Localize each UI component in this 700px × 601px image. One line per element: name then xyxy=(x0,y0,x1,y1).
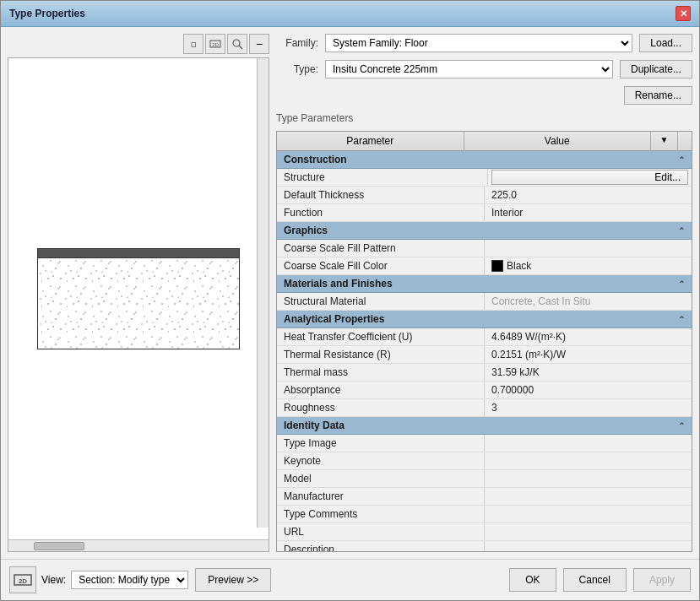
param-url-label: URL xyxy=(277,523,485,540)
preview-area xyxy=(8,57,269,552)
group-materials[interactable]: Materials and Finishes ⌃ xyxy=(277,275,692,293)
rename-button[interactable]: Rename... xyxy=(624,86,692,105)
param-thickness-value: 225.0 xyxy=(485,187,692,203)
title-bar: Type Properties ✕ xyxy=(1,1,699,27)
group-identity[interactable]: Identity Data ⌃ xyxy=(277,417,692,435)
view-label: View: xyxy=(41,574,66,586)
param-thermal-resistance-value: 0.2151 (m²·K)/W xyxy=(485,346,692,363)
apply-button[interactable]: Apply xyxy=(633,568,691,592)
rename-row: Rename... xyxy=(276,86,692,105)
group-identity-label: Identity Data xyxy=(284,420,345,431)
view-2d-button[interactable]: 2D xyxy=(9,566,36,593)
param-function-value: Interior xyxy=(485,204,692,221)
param-type-image-value xyxy=(485,435,692,452)
group-construction[interactable]: Construction ⌃ xyxy=(277,151,692,169)
ok-button[interactable]: OK xyxy=(509,568,556,592)
toolbar-btn-zoom[interactable] xyxy=(227,34,247,54)
col-sort[interactable]: ▼ xyxy=(651,132,678,150)
param-roughness-label: Roughness xyxy=(277,399,485,416)
param-structural-material-value: Concrete, Cast In Situ xyxy=(485,293,692,310)
param-fill-color-label: Coarse Scale Fill Color xyxy=(277,257,485,274)
row-function: Function Interior xyxy=(277,204,692,222)
row-manufacturer: Manufacturer xyxy=(277,488,692,506)
param-type-image-label: Type Image xyxy=(277,435,485,452)
color-swatch-black[interactable] xyxy=(491,260,503,272)
group-graphics-label: Graphics xyxy=(284,225,328,236)
param-keynote-value xyxy=(485,452,692,469)
param-structure-label: Structure xyxy=(277,169,488,186)
svg-point-2 xyxy=(233,40,240,46)
param-thermal-resistance-label: Thermal Resistance (R) xyxy=(277,346,485,363)
group-analytical[interactable]: Analytical Properties ⌃ xyxy=(277,311,692,328)
row-roughness: Roughness 3 xyxy=(277,399,692,417)
toolbar-btn-minus[interactable]: − xyxy=(249,34,269,54)
scrollbar-horizontal[interactable] xyxy=(8,539,269,551)
col-extra xyxy=(678,132,692,150)
param-roughness-value: 3 xyxy=(485,399,692,416)
param-thickness-label: Default Thickness xyxy=(277,187,485,203)
family-select[interactable]: System Family: Floor xyxy=(325,34,632,52)
duplicate-button[interactable]: Duplicate... xyxy=(620,60,692,79)
row-heat-transfer: Heat Transfer Coefficient (U) 4.6489 W/(… xyxy=(277,328,692,346)
group-construction-chevron: ⌃ xyxy=(678,155,685,165)
param-fill-color-value: Black xyxy=(485,257,692,274)
row-description: Description xyxy=(277,541,692,551)
scrollbar-thumb[interactable] xyxy=(34,542,84,550)
param-thermal-mass-value: 31.59 kJ/K xyxy=(485,364,692,381)
toolbar-btn-2[interactable]: 2D xyxy=(205,34,225,54)
structure-edit-button[interactable]: Edit... xyxy=(491,170,688,185)
type-label: Type: xyxy=(276,63,318,75)
row-default-thickness: Default Thickness 225.0 xyxy=(277,187,692,204)
param-structure-value[interactable]: Edit... xyxy=(488,169,692,186)
row-thermal-resistance: Thermal Resistance (R) 0.2151 (m²·K)/W xyxy=(277,346,692,364)
params-body[interactable]: Construction ⌃ Structure Edit... Default… xyxy=(277,151,692,551)
group-materials-chevron: ⌃ xyxy=(678,279,685,289)
group-analytical-label: Analytical Properties xyxy=(284,313,384,325)
row-structure: Structure Edit... xyxy=(277,169,692,187)
group-identity-chevron: ⌃ xyxy=(678,421,685,430)
row-thermal-mass: Thermal mass 31.59 kJ/K xyxy=(277,364,692,382)
param-type-comments-label: Type Comments xyxy=(277,506,485,522)
col-parameter: Parameter xyxy=(277,132,464,150)
svg-text:2D: 2D xyxy=(19,577,27,585)
param-structural-material-label: Structural Material xyxy=(277,293,485,310)
param-manufacturer-value xyxy=(485,488,692,505)
floor-top-strip xyxy=(37,248,240,258)
family-row: Family: System Family: Floor Load... xyxy=(276,34,692,52)
param-model-value xyxy=(485,470,692,487)
family-label: Family: xyxy=(276,37,318,49)
param-manufacturer-label: Manufacturer xyxy=(277,488,485,505)
param-type-comments-value xyxy=(485,506,692,522)
scrollbar-vertical[interactable] xyxy=(257,58,269,528)
row-keynote: Keynote xyxy=(277,452,692,470)
preview-button[interactable]: Preview >> xyxy=(195,568,271,592)
floor-preview xyxy=(37,248,240,349)
param-keynote-label: Keynote xyxy=(277,452,485,469)
param-function-label: Function xyxy=(277,204,485,221)
row-structural-material: Structural Material Concrete, Cast In Si… xyxy=(277,293,692,311)
row-url: URL xyxy=(277,523,692,541)
toolbar-btn-1[interactable]: ◻ xyxy=(183,34,203,54)
group-analytical-chevron: ⌃ xyxy=(678,315,685,324)
view-select[interactable]: Section: Modify type xyxy=(71,571,188,589)
params-header: Parameter Value ▼ xyxy=(277,132,692,151)
param-thermal-mass-label: Thermal mass xyxy=(277,364,485,381)
color-name: Black xyxy=(507,260,531,272)
close-button[interactable]: ✕ xyxy=(676,6,691,21)
dialog-footer: 2D View: Section: Modify type Preview >>… xyxy=(1,559,699,600)
type-select[interactable]: Insitu Concrete 225mm xyxy=(325,60,613,79)
footer-right: OK Cancel Apply xyxy=(509,568,691,592)
cancel-button[interactable]: Cancel xyxy=(563,568,627,592)
left-toolbar: ◻ 2D − xyxy=(8,34,269,54)
param-description-value xyxy=(485,541,692,551)
param-description-label: Description xyxy=(277,541,485,551)
preview-canvas xyxy=(8,58,269,539)
load-button[interactable]: Load... xyxy=(639,34,692,52)
concrete-texture xyxy=(38,258,239,349)
row-absorptance: Absorptance 0.700000 xyxy=(277,382,692,399)
group-construction-label: Construction xyxy=(284,154,347,165)
left-panel: ◻ 2D − xyxy=(8,34,269,552)
type-parameters-label: Type Parameters xyxy=(276,112,692,124)
group-graphics[interactable]: Graphics ⌃ xyxy=(277,222,692,240)
param-url-value xyxy=(485,523,692,540)
